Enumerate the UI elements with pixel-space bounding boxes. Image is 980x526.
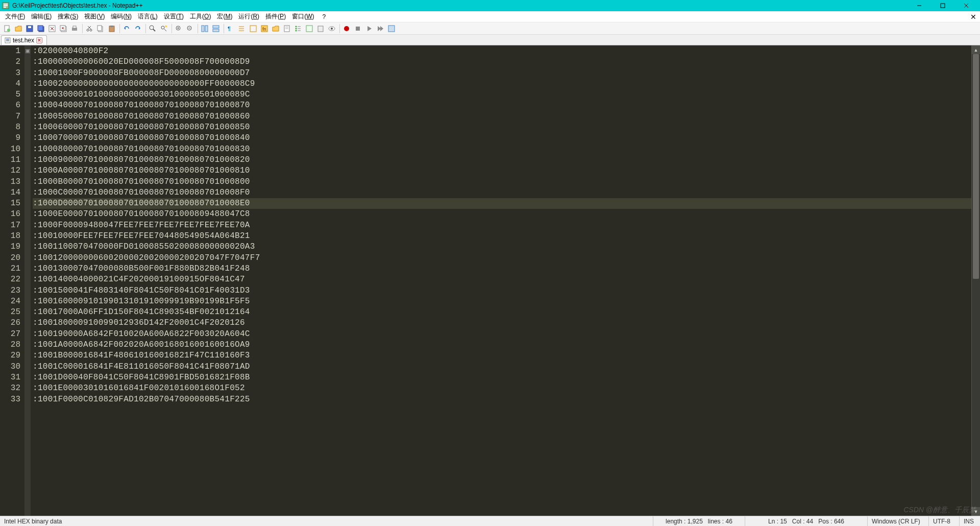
char-panel-icon[interactable] xyxy=(304,23,314,34)
stop-icon[interactable] xyxy=(353,23,363,34)
code-line[interactable]: :1000B0000701000807010008070100080701000… xyxy=(33,177,971,187)
menu-item[interactable]: 宏(M) xyxy=(214,11,235,22)
scroll-down-icon[interactable]: ▼ xyxy=(972,507,980,516)
code-line[interactable]: :100130007047000080B500F001F880BD82B041F… xyxy=(33,264,971,274)
lang-icon[interactable]: fn xyxy=(259,23,270,34)
status-encoding[interactable]: UTF-8 xyxy=(929,516,960,526)
code-line[interactable]: :1000000000060020ED000008F5000008F700000… xyxy=(33,57,971,67)
code-line[interactable]: :10010000FEE7FEE7FEE7FEE704480549054A064… xyxy=(33,231,971,242)
function-list-icon[interactable] xyxy=(293,23,303,34)
code-line[interactable]: :1001B000016841F480610160016821F47C11016… xyxy=(33,350,971,361)
code-line[interactable]: :100050000701000807010008070100080701000… xyxy=(33,111,971,122)
clipboard-hist-icon[interactable] xyxy=(315,23,326,34)
save-macro-icon[interactable] xyxy=(386,23,397,34)
code-line[interactable]: :1000E0000701000807010008070100080948804… xyxy=(33,209,971,220)
code-line[interactable]: :1001A0000A6842F002020A60016801600160016… xyxy=(33,340,971,350)
show-all-chars-icon[interactable] xyxy=(237,23,247,34)
status-insert-mode[interactable]: INS xyxy=(960,516,980,526)
record-icon[interactable] xyxy=(341,23,352,34)
menu-item[interactable]: 语言(L) xyxy=(135,11,161,22)
code-line[interactable]: :100040000701000807010008070100080701000… xyxy=(33,100,971,111)
code-line[interactable]: :100090000701000807010008070100080701000… xyxy=(33,155,971,165)
code-line[interactable]: :1001100070470000FD010008550200080000000… xyxy=(33,242,971,252)
print-icon[interactable] xyxy=(69,23,80,34)
menubar-close-icon[interactable]: ✕ xyxy=(969,13,978,21)
code-area[interactable]: :020000040800F2:1000000000060020ED000008… xyxy=(31,45,971,516)
code-line[interactable]: :1000D0000701000807010008070100080701000… xyxy=(33,198,971,209)
code-line[interactable]: :100080000701000807010008070100080701000… xyxy=(33,144,971,155)
code-line[interactable]: :100030000101000800000000301000805010000… xyxy=(33,89,971,100)
code-line[interactable]: :1001500041F4803140F8041C50F8041C01F4003… xyxy=(33,285,971,296)
monitor-icon[interactable] xyxy=(327,23,337,34)
minimize-button[interactable] xyxy=(908,0,931,11)
code-line[interactable]: :1001D00040F8041C50F8041C8901FBD5016821F… xyxy=(33,372,971,383)
paste-icon[interactable] xyxy=(107,23,117,34)
undo-icon[interactable] xyxy=(121,23,132,34)
menu-item[interactable]: 编辑(E) xyxy=(28,11,55,22)
status-eol[interactable]: Windows (CR LF) xyxy=(868,516,929,526)
code-line[interactable]: :10001000F9000008FB000008FD0000080000000… xyxy=(33,68,971,79)
cut-icon[interactable] xyxy=(84,23,94,34)
code-line[interactable]: :100070000701000807010008070100080701000… xyxy=(33,133,971,144)
menu-item[interactable]: 窗口(W) xyxy=(289,11,317,22)
code-line[interactable]: :1000A0000701000807010008070100080701000… xyxy=(33,165,971,176)
code-line[interactable]: :020000040800F2 xyxy=(33,46,971,57)
toolbar-separator xyxy=(82,24,83,33)
find-icon[interactable] xyxy=(148,23,158,34)
wordwrap-icon[interactable]: ¶ xyxy=(226,23,236,34)
tab-close-icon[interactable]: ✕ xyxy=(36,37,42,43)
scrollbar-thumb[interactable] xyxy=(973,54,979,279)
code-line[interactable]: :1000F00009480047FEE7FEE7FEE7FEE7FEE7FEE… xyxy=(33,220,971,231)
zoom-out-icon[interactable] xyxy=(185,23,195,34)
new-file-icon[interactable] xyxy=(2,23,12,34)
menu-item[interactable]: 设置(T) xyxy=(161,11,187,22)
scroll-up-icon[interactable]: ▲ xyxy=(972,45,980,54)
menu-item[interactable]: 文件(F) xyxy=(2,11,28,22)
fold-toggle-icon[interactable]: ▣ xyxy=(24,45,31,56)
sync-v-icon[interactable] xyxy=(200,23,210,34)
tab-test-hex[interactable]: test.hex ✕ xyxy=(1,35,47,45)
doc-map-icon[interactable] xyxy=(282,23,292,34)
copy-icon[interactable] xyxy=(95,23,106,34)
indent-guide-icon[interactable] xyxy=(248,23,258,34)
menu-item[interactable]: 运行(R) xyxy=(235,11,262,22)
sync-h-icon[interactable] xyxy=(211,23,221,34)
play-multi-icon[interactable] xyxy=(375,23,385,34)
menu-item[interactable]: 编码(N) xyxy=(108,11,135,22)
code-line[interactable]: :1001E0000301016016841F0020101600168O1F0… xyxy=(33,383,971,394)
menubar: 文件(F)编辑(E)搜索(S)视图(V)编码(N)语言(L)设置(T)工具(O)… xyxy=(0,11,980,22)
save-all-icon[interactable] xyxy=(36,23,46,34)
play-icon[interactable] xyxy=(364,23,374,34)
code-line[interactable]: :100180000910099012936D142F20001C4F20201… xyxy=(33,318,971,328)
menu-item[interactable]: ? xyxy=(319,12,329,21)
svg-rect-2 xyxy=(4,5,8,6)
menu-item[interactable]: 视图(V) xyxy=(81,11,108,22)
code-line[interactable]: :100160000910199013101910099919B90199B1F… xyxy=(33,296,971,307)
save-icon[interactable] xyxy=(24,23,35,34)
code-line[interactable]: :1001200000006002000020020000200207047F7… xyxy=(33,253,971,264)
open-file-icon[interactable] xyxy=(13,23,23,34)
code-line[interactable]: :10017000A06FF1D150F8041C890354BF0021012… xyxy=(33,307,971,318)
code-line[interactable]: :1000C0000701000807010008070100080701000… xyxy=(33,187,971,198)
menu-item[interactable]: 搜索(S) xyxy=(55,11,81,22)
code-line[interactable]: :100060000701000807010008070100080701000… xyxy=(33,122,971,133)
close-all-icon[interactable] xyxy=(58,23,68,34)
code-line[interactable]: :100190000A6842F010020A600A6822F003020A6… xyxy=(33,329,971,340)
svg-rect-5 xyxy=(941,4,945,8)
redo-icon[interactable] xyxy=(133,23,143,34)
close-button[interactable] xyxy=(954,0,978,11)
svg-point-23 xyxy=(87,29,89,31)
svg-rect-11 xyxy=(28,26,31,28)
code-line[interactable]: :100140004000021C4F20200019100915OF8041C… xyxy=(33,274,971,285)
replace-icon[interactable] xyxy=(159,23,169,34)
menu-item[interactable]: 插件(P) xyxy=(262,11,289,22)
menu-item[interactable]: 工具(O) xyxy=(187,11,214,22)
folder-icon[interactable] xyxy=(271,23,281,34)
vertical-scrollbar[interactable]: ▲ ▼ xyxy=(971,45,980,516)
close-file-icon[interactable] xyxy=(47,23,57,34)
zoom-in-icon[interactable] xyxy=(174,23,184,34)
code-line[interactable]: :1001C000016841F4E811016050F8041C41F0807… xyxy=(33,362,971,372)
code-line[interactable]: :1001F0000C010829FAD102B07047000080B541F… xyxy=(33,394,971,405)
code-line[interactable]: :100020000000000000000000000000000FF0000… xyxy=(33,79,971,89)
maximize-button[interactable] xyxy=(931,0,954,11)
